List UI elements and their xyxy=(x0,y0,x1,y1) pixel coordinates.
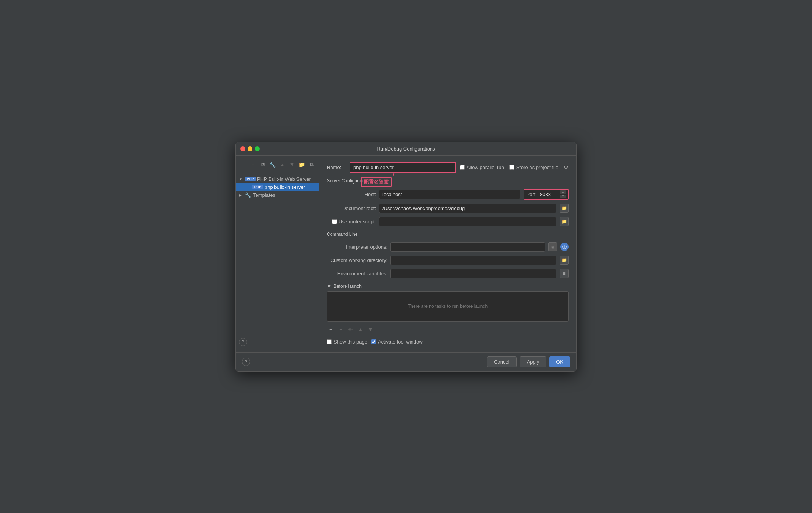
docroot-label: Document root: xyxy=(327,206,376,211)
docroot-row: Document root: 📁 xyxy=(327,204,569,213)
store-project-option: Store as project file xyxy=(509,165,558,170)
remove-config-button[interactable]: − xyxy=(249,160,257,169)
help-button[interactable]: ? xyxy=(239,338,247,346)
folder-button[interactable]: 📁 xyxy=(298,160,306,169)
launch-up-button[interactable]: ▲ xyxy=(356,325,365,334)
workdir-row: Custom working directory: 📁 xyxy=(327,256,569,265)
cancel-button[interactable]: Cancel xyxy=(487,356,516,367)
name-row-wrapper: 配置名随意 ↗ Name: Allow parallel run xyxy=(327,162,569,173)
activate-window-checkbox[interactable] xyxy=(371,339,376,344)
store-project-checkbox[interactable] xyxy=(509,165,514,170)
envvars-input[interactable] xyxy=(390,269,556,278)
show-page-label: Show this page xyxy=(334,339,367,345)
host-label: Host: xyxy=(327,191,376,197)
show-page-checkbox[interactable] xyxy=(327,339,332,344)
tree-group-php-server[interactable]: ▼ PHP PHP Built-in Web Server xyxy=(236,175,319,183)
server-config-section: Server Configuration Host: Port: ▲ ▼ xyxy=(327,178,569,226)
router-checkbox[interactable] xyxy=(332,219,337,224)
allow-parallel-label: Allow parallel run xyxy=(467,165,504,170)
before-launch-body: There are no tasks to run before launch xyxy=(327,291,569,322)
tree-group-templates[interactable]: ▶ 🔧 Templates xyxy=(236,191,319,199)
ok-button[interactable]: OK xyxy=(549,356,570,367)
workdir-label: Custom working directory: xyxy=(327,257,387,263)
main-panel: 配置名随意 ↗ Name: Allow parallel run xyxy=(319,156,576,352)
launch-add-button[interactable]: + xyxy=(327,325,335,334)
before-launch-empty-text: There are no tasks to run before launch xyxy=(408,304,488,309)
workdir-browse-button[interactable]: 📁 xyxy=(560,256,569,265)
title-bar: Run/Debug Configurations xyxy=(236,142,576,156)
before-launch-section: ▼ Before launch There are no tasks to ru… xyxy=(327,284,569,346)
info-button[interactable]: ⓘ xyxy=(560,243,569,251)
name-input[interactable] xyxy=(350,162,456,173)
store-project-label: Store as project file xyxy=(516,165,558,170)
activate-window-label: Activate tool window xyxy=(378,339,423,345)
tree-templates-label: Templates xyxy=(253,192,275,198)
apply-button[interactable]: Apply xyxy=(520,356,547,367)
name-row: Name: Allow parallel run Store as projec… xyxy=(327,162,569,173)
bottom-help-button[interactable]: ? xyxy=(242,358,250,366)
tree-item-label: php build-in server xyxy=(265,184,305,190)
router-input[interactable] xyxy=(379,217,556,226)
add-config-button[interactable]: + xyxy=(239,160,247,169)
docroot-browse-button[interactable]: 📁 xyxy=(560,204,569,213)
copy-config-button[interactable]: ⧉ xyxy=(259,160,267,169)
interpreter-input[interactable] xyxy=(390,242,545,252)
before-launch-options: Show this page Activate tool window xyxy=(327,337,569,346)
port-up-button[interactable]: ▲ xyxy=(560,190,566,194)
host-row: Host: Port: ▲ ▼ xyxy=(327,189,569,200)
sidebar-bottom: ? xyxy=(236,335,319,349)
sort-button[interactable]: ⇅ xyxy=(307,160,316,169)
port-group: Port: ▲ ▼ xyxy=(524,189,569,200)
allow-parallel-checkbox[interactable] xyxy=(460,165,465,170)
envvars-browse-button[interactable]: ≡ xyxy=(560,269,569,278)
interpreter-browse-button[interactable]: ⊞ xyxy=(548,242,557,251)
templates-icon: 🔧 xyxy=(245,192,251,198)
item-php-badge: PHP xyxy=(252,185,263,189)
tree-group-label: PHP Built-in Web Server xyxy=(257,176,311,182)
launch-remove-button[interactable]: − xyxy=(337,325,345,334)
interpreter-label: Interpreter options: xyxy=(327,244,387,250)
name-input-wrapper xyxy=(350,162,456,173)
sidebar: + − ⧉ 🔧 ▲ ▼ 📁 ⇅ ▼ PHP PHP Built-in Web S… xyxy=(236,156,319,352)
host-input[interactable] xyxy=(379,190,520,199)
before-launch-toolbar: + − ✏ ▲ ▼ xyxy=(327,324,569,335)
before-launch-header[interactable]: ▼ Before launch xyxy=(327,284,569,289)
docroot-input[interactable] xyxy=(379,204,556,213)
port-input[interactable] xyxy=(540,191,559,197)
sidebar-toolbar: + − ⧉ 🔧 ▲ ▼ 📁 ⇅ xyxy=(236,159,319,170)
settings-button[interactable]: 🔧 xyxy=(268,160,277,169)
interpreter-row: Interpreter options: ⊞ ⓘ xyxy=(327,242,569,252)
router-label: Use router script: xyxy=(339,219,376,224)
tree-item-php-build-in[interactable]: PHP php build-in server xyxy=(236,183,319,191)
before-launch-title: Before launch xyxy=(334,284,362,289)
maximize-button[interactable] xyxy=(255,146,260,151)
gear-icon[interactable]: ⚙ xyxy=(564,164,569,170)
run-debug-dialog: Run/Debug Configurations + − ⧉ 🔧 ▲ ▼ 📁 ⇅… xyxy=(235,142,577,372)
traffic-lights xyxy=(240,146,260,151)
command-line-title: Command Line xyxy=(327,232,569,237)
workdir-input[interactable] xyxy=(390,256,556,265)
templates-arrow: ▶ xyxy=(239,193,243,197)
router-browse-button[interactable]: 📁 xyxy=(560,217,569,226)
before-launch-arrow: ▼ xyxy=(327,284,331,289)
minimize-button[interactable] xyxy=(248,146,252,151)
port-spinners: ▲ ▼ xyxy=(560,190,566,198)
launch-down-button[interactable]: ▼ xyxy=(366,325,375,334)
server-config-title: Server Configuration xyxy=(327,178,569,184)
show-page-option: Show this page xyxy=(327,339,367,345)
activate-window-option: Activate tool window xyxy=(371,339,423,345)
command-line-section: Command Line Interpreter options: ⊞ ⓘ Cu… xyxy=(327,232,569,278)
port-down-button[interactable]: ▼ xyxy=(560,195,566,198)
router-field-label: Use router script: xyxy=(327,219,376,224)
bottom-right-buttons: Cancel Apply OK xyxy=(487,356,570,367)
router-row: Use router script: 📁 xyxy=(327,217,569,226)
name-label: Name: xyxy=(327,165,346,170)
envvars-row: Environment variables: ≡ xyxy=(327,269,569,278)
close-button[interactable] xyxy=(240,146,245,151)
move-up-button[interactable]: ▲ xyxy=(278,160,287,169)
move-down-button[interactable]: ▼ xyxy=(288,160,296,169)
port-label: Port: xyxy=(527,191,537,197)
launch-edit-button[interactable]: ✏ xyxy=(346,325,355,334)
dialog-body: + − ⧉ 🔧 ▲ ▼ 📁 ⇅ ▼ PHP PHP Built-in Web S… xyxy=(236,156,576,352)
dialog-title: Run/Debug Configurations xyxy=(377,146,435,152)
